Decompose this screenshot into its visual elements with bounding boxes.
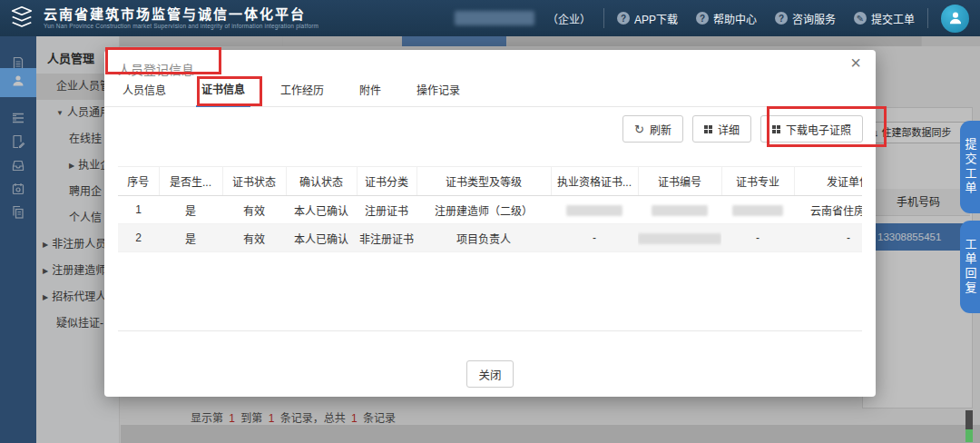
table-cell <box>721 196 794 224</box>
certificate-table: 序号是否生...证书状态确认状态证书分类证书类型及等级执业资格证书...证书编号… <box>118 166 862 252</box>
grid-icon <box>772 125 780 133</box>
column-header-证书分类[interactable]: 证书分类 <box>357 167 416 196</box>
redacted-username <box>455 11 534 25</box>
platform-title: 云南省建筑市场监管与诚信一体化平台 <box>44 7 318 23</box>
pencil-circle-icon: ✎ <box>854 12 867 25</box>
table-cell: 2 <box>118 224 159 252</box>
table-cell: 有效 <box>222 196 286 224</box>
column-header-证书状态[interactable]: 证书状态 <box>222 167 286 196</box>
table-cell: 注册证书 <box>357 196 416 224</box>
redacted-cell-value <box>732 205 783 216</box>
table-cell: - <box>721 224 794 252</box>
user-avatar[interactable] <box>941 5 969 33</box>
table-cell <box>638 224 721 252</box>
personnel-registration-modal: 人员登记信息 × 人员信息证书信息工作经历附件操作记录 ↻刷新详细下载电子证照 … <box>104 50 876 397</box>
close-icon[interactable]: × <box>850 54 861 72</box>
header-nav: ?APP下载?帮助中心?咨询服务✎提交工单 <box>617 11 915 26</box>
avatar-person-icon <box>947 10 964 26</box>
toolbar-button-label: 详细 <box>718 122 740 137</box>
table-cell <box>551 196 638 224</box>
workorder-reply-vertical-tab[interactable]: 工单回复 <box>960 221 980 313</box>
table-cell: 1 <box>118 196 159 224</box>
table-cell: 项目负责人 <box>416 224 551 252</box>
tab-人员信息[interactable]: 人员信息 <box>117 82 172 106</box>
platform-logo-icon <box>8 5 35 32</box>
column-header-发证单位[interactable]: 发证单位 <box>794 167 862 196</box>
toolbar-button-label: 刷新 <box>650 122 671 137</box>
column-header-确认状态[interactable]: 确认状态 <box>286 167 357 196</box>
tab-证书信息[interactable]: 证书信息 <box>196 81 250 107</box>
header-nav-label: APP下载 <box>634 11 678 26</box>
redacted-cell-value <box>652 205 708 216</box>
user-type-label: （企业） <box>547 11 591 26</box>
column-header-序号[interactable]: 序号 <box>118 167 159 196</box>
download-ecert-button[interactable]: 下载电子证照 <box>760 115 863 143</box>
question-circle-icon: ? <box>696 12 709 25</box>
table-cell: 有效 <box>222 224 286 252</box>
table-cell: - <box>551 224 638 252</box>
close-button[interactable]: 关闭 <box>466 360 514 388</box>
table-row[interactable]: 1是有效本人已确认注册证书注册建造师（二级）云南省住房和城 <box>118 196 862 224</box>
header-nav-APP下载[interactable]: ?APP下载 <box>617 11 678 26</box>
tab-附件[interactable]: 附件 <box>354 82 387 106</box>
refresh-button[interactable]: ↻刷新 <box>622 115 683 143</box>
tab-操作记录[interactable]: 操作记录 <box>411 82 466 106</box>
tab-工作经历[interactable]: 工作经历 <box>275 82 329 106</box>
scrollbar-thumb[interactable] <box>965 410 973 442</box>
header-divider <box>927 8 928 28</box>
header-nav-提交工单[interactable]: ✎提交工单 <box>854 11 915 26</box>
app-header: 云南省建筑市场监管与诚信一体化平台 Yun Nan Province Const… <box>0 0 980 36</box>
table-row[interactable]: 2是有效本人已确认非注册证书项目负责人--- <box>118 224 862 252</box>
submit-workorder-vertical-tab[interactable]: 提交工单 <box>960 121 980 213</box>
column-header-证书专业[interactable]: 证书专业 <box>721 167 794 196</box>
header-nav-label: 提交工单 <box>871 11 915 26</box>
question-circle-icon: ? <box>617 12 630 25</box>
column-header-证书类型及等级[interactable]: 证书类型及等级 <box>416 167 551 196</box>
table-cell: 云南省住房和城 <box>794 196 862 224</box>
table-cell: - <box>794 224 862 252</box>
table-cell: 注册建造师（二级） <box>416 196 551 224</box>
modal-tab-bar: 人员信息证书信息工作经历附件操作记录 <box>104 79 876 107</box>
question-circle-icon: ? <box>775 12 788 25</box>
table-cell: 是 <box>159 196 222 224</box>
column-header-是否生...[interactable]: 是否生... <box>159 167 222 196</box>
toolbar-button-label: 下载电子证照 <box>786 122 851 137</box>
redacted-cell-value <box>638 233 721 244</box>
header-divider <box>603 8 604 28</box>
header-nav-label: 咨询服务 <box>792 11 836 26</box>
table-cell: 是 <box>159 224 222 252</box>
table-cell <box>638 196 721 224</box>
redacted-cell-value <box>566 205 622 216</box>
modal-title: 人员登记信息 <box>118 60 194 78</box>
platform-subtitle: Yun Nan Province Construction market Sup… <box>44 23 318 29</box>
column-header-执业资格证书...[interactable]: 执业资格证书... <box>551 167 638 196</box>
detail-button[interactable]: 详细 <box>692 115 751 143</box>
table-cell: 非注册证书 <box>357 224 416 252</box>
modal-toolbar: ↻刷新详细下载电子证照 <box>622 115 863 143</box>
header-nav-帮助中心[interactable]: ?帮助中心 <box>696 11 757 26</box>
scrollbar-indicator <box>965 429 973 442</box>
header-nav-咨询服务[interactable]: ?咨询服务 <box>775 11 836 26</box>
column-header-证书编号[interactable]: 证书编号 <box>638 167 721 196</box>
table-cell: 本人已确认 <box>286 224 357 252</box>
certificate-table-wrap: 序号是否生...证书状态确认状态证书分类证书类型及等级执业资格证书...证书编号… <box>118 166 862 331</box>
table-cell: 本人已确认 <box>286 196 357 224</box>
header-nav-label: 帮助中心 <box>713 11 757 26</box>
refresh-icon: ↻ <box>634 123 644 135</box>
grid-icon <box>704 125 712 133</box>
